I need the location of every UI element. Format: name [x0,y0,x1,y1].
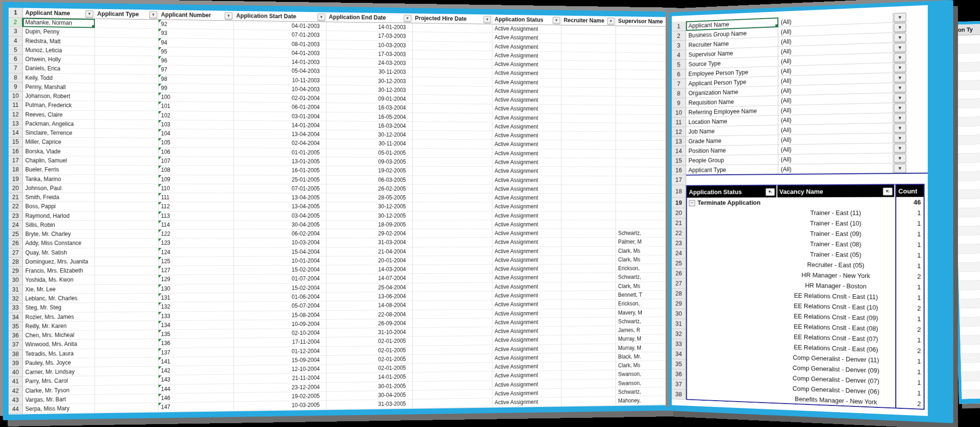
row-header[interactable]: 40 [9,368,23,378]
cell-projected-hire-date[interactable] [412,354,492,363]
cell-application-end-date[interactable]: 09-01-2004 [327,94,413,104]
cell-application-end-date[interactable]: 16-03-2004 [327,103,413,113]
cell-applicant-name[interactable]: Mahanke, Norman [23,18,95,28]
pivot-group-count[interactable]: 46 [895,197,924,208]
cell-applicant-type[interactable] [95,157,158,166]
cell-applicant-name[interactable]: Johnson, Paul [23,184,95,193]
cell-applicant-name[interactable]: Serpa, Miss Mary [23,404,95,414]
cell-application-start-date[interactable]: 14-01-2003 [234,57,327,67]
cell-application-start-date[interactable]: 06-01-2004 [234,102,327,112]
cell-recruiter-name[interactable] [561,123,616,132]
cell-application-start-date[interactable]: 15-08-2004 [234,311,327,320]
cell-applicant-number[interactable]: 102 [159,111,234,121]
pivot-status-cell[interactable] [686,238,778,249]
cell-application-end-date[interactable]: 24-03-2003 [327,58,413,68]
cell-applicant-number[interactable]: 104 [159,129,234,139]
cell-recruiter-name[interactable] [561,256,616,265]
cell-applicant-type[interactable] [95,184,158,193]
cell-applicant-name[interactable]: Yoshida, Ms. Kwon [23,276,95,285]
cell-applicant-type[interactable] [95,111,158,120]
cell-supervisor-name[interactable] [616,158,675,168]
cell-applicant-number[interactable]: 144 [159,384,234,394]
cell-application-start-date[interactable]: 16-01-2005 [234,166,327,175]
filter-dropdown-button[interactable]: ▼ [893,93,907,103]
cell-application-end-date[interactable]: 16-05-2004 [327,112,413,122]
cell-applicant-name[interactable]: Reeves, Claire [23,110,95,120]
cell-applicant-number[interactable]: 146 [159,393,234,403]
cell-supervisor-name[interactable] [616,114,675,124]
pivot-empty-cell[interactable] [778,197,895,208]
cell-applicant-name[interactable]: Chaplin, Samuel [23,156,95,166]
row-header[interactable]: 29 [672,299,686,309]
cell-applicant-number[interactable]: 106 [159,147,234,157]
empty-cell[interactable] [686,173,928,185]
row-header[interactable]: 37 [672,379,686,390]
cell-projected-hire-date[interactable] [412,318,492,328]
cell-applicant-type[interactable] [95,92,158,102]
cell-applicant-number[interactable]: 132 [159,302,234,312]
cell-application-end-date[interactable]: 30-01-2005 [327,382,413,392]
cell-applicant-number[interactable]: 141 [159,357,234,367]
cell-applicant-number[interactable]: 114 [159,221,234,230]
cell-application-status[interactable]: Active Assignment [492,33,561,43]
row-header[interactable]: 20 [672,208,686,218]
cell-applicant-type[interactable] [95,403,158,413]
cell-applicant-number[interactable]: 95 [159,47,234,57]
row-header[interactable]: 19 [9,175,23,184]
cell-projected-hire-date[interactable] [412,184,492,193]
filter-dropdown-button[interactable]: ▼ [893,22,907,33]
pivot-vacancy-cell[interactable]: Trainer - East (08) [778,239,895,250]
cell-application-end-date[interactable]: 29-02-2004 [327,229,413,238]
row-header[interactable]: 21 [9,193,23,202]
cell-applicant-number[interactable]: 105 [159,138,234,148]
cell-applicant-name[interactable]: Chen, Mrs. Micheal [23,330,95,340]
cell-application-start-date[interactable]: 15-09-2004 [234,356,327,366]
cell-applicant-type[interactable] [95,275,158,285]
cell-application-end-date[interactable]: 14-07-2004 [327,274,413,284]
cell-applicant-name[interactable]: Parry, Mrs. Carol [23,376,95,386]
cell-applicant-name[interactable]: Bryte, Mr. Charley [23,230,95,239]
cell-supervisor-name[interactable] [616,123,675,132]
row-header[interactable]: 3 [9,27,23,36]
pivot-count-cell[interactable]: 1 [895,282,924,293]
cell-projected-hire-date[interactable] [412,122,492,131]
pivot-filter-sort-icon[interactable]: ▾↓ [883,188,893,196]
cell-applicant-type[interactable] [95,65,158,74]
row-header[interactable]: 33 [9,303,23,313]
cell-application-status[interactable]: Active Assignment [492,42,561,52]
cell-application-start-date[interactable]: 08-01-2003 [234,39,327,49]
filter-dropdown-button[interactable]: ▼ [893,163,907,173]
cell-applicant-name[interactable]: Addy, Miss Constance [23,239,95,248]
cell-projected-hire-date[interactable] [412,23,492,34]
filter-dropdown-button[interactable]: ▼ [893,113,907,124]
cell-application-status[interactable]: Active Assignment [492,78,561,87]
cell-projected-hire-date[interactable] [412,345,492,355]
cell-recruiter-name[interactable] [561,167,616,176]
cell-projected-hire-date[interactable] [412,282,492,292]
row-header[interactable]: 1 [672,22,686,32]
column-header-applicant-type[interactable]: Applicant Type▼ [95,9,158,20]
cell-application-status[interactable]: Active Assignment [492,300,561,310]
row-header[interactable]: 20 [9,184,23,193]
filter-dropdown-button[interactable]: ▼ [893,103,907,113]
cell-recruiter-name[interactable] [561,317,616,326]
cell-application-status[interactable]: Active Assignment [492,309,561,318]
filter-dropdown-button[interactable]: ▼ [893,12,907,22]
cell-projected-hire-date[interactable] [412,371,492,382]
cell-applicant-number[interactable]: 129 [159,275,234,284]
row-header[interactable]: 15 [9,138,23,147]
cell-applicant-number[interactable]: 124 [159,247,234,257]
row-header[interactable]: 3 [672,41,686,51]
cell-recruiter-name[interactable] [561,300,616,309]
pivot-count-cell[interactable]: 1 [895,250,924,261]
cell-application-start-date[interactable]: 10-11-2003 [234,75,327,85]
cell-recruiter-name[interactable] [561,176,616,185]
cell-recruiter-name[interactable] [561,220,616,229]
cell-applicant-number[interactable]: 110 [159,184,234,193]
cell-application-end-date[interactable]: 26-02-2005 [327,184,413,193]
pivot-status-cell[interactable] [686,269,778,280]
cell-supervisor-name[interactable] [616,53,675,62]
cell-application-start-date[interactable]: 07-01-2005 [234,184,327,193]
pivot-count-cell[interactable]: 1 [895,314,924,325]
cell-projected-hire-date[interactable] [412,390,492,400]
